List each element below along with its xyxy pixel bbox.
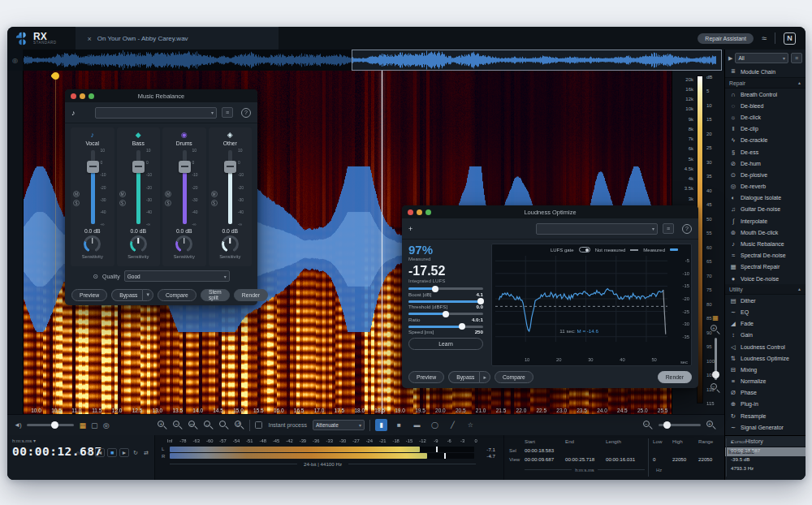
overview-view-selection[interactable] [352, 50, 723, 71]
frequency-selection-tool[interactable]: ▬ [411, 419, 423, 431]
solo-button[interactable]: S [165, 200, 171, 206]
module-menu-button[interactable]: ≡ [791, 53, 802, 63]
learn-button[interactable]: Learn [408, 338, 483, 350]
sidebar-item-de-plosive[interactable]: ⊙De-plosive [725, 169, 806, 180]
sidebar-item-interpolate[interactable]: ∫Interpolate [725, 215, 806, 227]
sidebar-item-plug-in[interactable]: ⊕Plug-in [725, 399, 806, 410]
sidebar-item-de-clip[interactable]: ‖De-clip [725, 123, 806, 135]
fader-handle[interactable] [87, 161, 99, 173]
volume-slider[interactable] [27, 424, 74, 426]
amplitude-zoom-slider[interactable] [715, 338, 717, 380]
speed--slider[interactable]: Speed [ms]250 [408, 326, 483, 335]
channel-fader[interactable]: 100-10-20-30-40-∞MS [117, 149, 161, 226]
fader-handle[interactable] [179, 161, 191, 173]
zoom-slider-knob[interactable] [663, 421, 671, 429]
sidebar-item-gain[interactable]: ↕Gain [725, 330, 806, 341]
channel-fader[interactable]: 100-10-20-30-40-∞MS [71, 149, 114, 226]
izotope-icon[interactable]: ≈ [762, 33, 767, 43]
sidebar-item-de-hum[interactable]: ⊘De-hum [725, 158, 806, 169]
sidebar-item-loudness-control[interactable]: ◁Loudness Control [725, 341, 806, 352]
sidebar-item-fade[interactable]: ◢Fade [725, 318, 806, 330]
sidebar-item-resample[interactable]: ↻Resample [725, 410, 806, 421]
preset-dropdown[interactable]: ▾ [95, 107, 217, 119]
monitor-button[interactable]: ∩ [74, 449, 82, 457]
magic-wand-tool[interactable]: ☆ [464, 419, 477, 431]
zoom-reset-icon[interactable]: ↺ [235, 421, 244, 430]
sidebar-item-loudness-optimize[interactable]: ⇅Loudness Optimize [725, 352, 806, 364]
sidebar-item-dither[interactable]: ▤Dither [725, 295, 806, 306]
zoom-free-icon[interactable] [219, 421, 229, 430]
quality-dropdown[interactable]: Good ▾ [124, 270, 230, 282]
dialog-titlebar[interactable]: Music Rebalance [65, 89, 257, 102]
zoom-out-icon[interactable]: − [643, 421, 653, 430]
preview-button[interactable]: Preview [408, 371, 444, 383]
tab-close-icon[interactable]: × [87, 35, 91, 43]
help-icon[interactable]: ? [682, 224, 692, 234]
preset-dropdown[interactable]: ▾ [536, 223, 658, 235]
zoom-in-icon[interactable]: + [710, 325, 720, 335]
sidebar-item-spectral-repair[interactable]: ▦Spectral Repair [725, 261, 806, 273]
solo-button[interactable]: S [73, 200, 80, 206]
sidebar-item-de-click[interactable]: ☼De-click [725, 111, 806, 123]
zoom-in-icon[interactable]: + [706, 421, 716, 430]
level-meters[interactable]: Inf-78-63-60-57-54-51-48-45-42-39-36-33-… [155, 435, 503, 480]
channel-fader[interactable]: 100-10-20-30-40-∞MS [209, 149, 253, 226]
sidebar-item-music-rebalance[interactable]: ♪Music Rebalance [725, 238, 806, 249]
time-format-dropdown[interactable]: h:m:s.ms ▾ [12, 438, 149, 443]
channel-indicator-icon[interactable]: ◎ [7, 50, 24, 71]
sidebar-item-spectral-de-noise[interactable]: ≈Spectral De-noise [725, 250, 806, 261]
volume-knob[interactable] [51, 421, 58, 429]
sidebar-item-signal-generator[interactable]: ∼Signal Generator [725, 421, 806, 433]
collapse-icon[interactable]: ▲ [797, 287, 801, 291]
solo-button[interactable]: S [211, 200, 218, 206]
bypass-options-button[interactable]: ▸ [479, 371, 490, 383]
mute-button[interactable]: M [211, 191, 218, 197]
zoom-fit-icon[interactable]: ↔ [204, 421, 214, 430]
sidebar-item-de-bleed[interactable]: ◌De-bleed [725, 100, 806, 111]
zoom-out-icon[interactable]: − [710, 383, 720, 393]
panel-layout-icon[interactable]: ▢ [91, 421, 98, 429]
time-freq-selection-tool[interactable]: ■ [393, 419, 405, 431]
dialog-titlebar[interactable]: Loudness Optimize [402, 205, 698, 218]
slider-knob[interactable] [432, 286, 438, 292]
boost--slider[interactable]: Boost [dB]4.1 [408, 287, 483, 297]
compare-window-icon[interactable]: ◎ [103, 421, 110, 429]
preset-menu-button[interactable]: ≡ [663, 223, 674, 234]
sensitivity-knob[interactable] [84, 235, 101, 252]
section-header-utility[interactable]: Utility▲ [725, 284, 806, 295]
fader-handle[interactable] [132, 161, 145, 173]
bypass-button[interactable]: Bypass [448, 371, 479, 383]
fader-handle[interactable] [224, 161, 236, 173]
compare-button[interactable]: Compare [495, 371, 533, 383]
compare-button[interactable]: Compare [158, 289, 197, 301]
sensitivity-knob[interactable] [175, 235, 192, 252]
zoom-selection-icon[interactable]: ▭ [188, 421, 198, 430]
zoom-out-icon[interactable]: − [173, 421, 183, 430]
slider-knob[interactable] [477, 298, 484, 304]
module-filter-dropdown[interactable]: All ▾ [735, 53, 788, 63]
sidebar-item-voice-de-noise[interactable]: ●Voice De-noise [725, 273, 806, 284]
go-to-end-button[interactable]: ► [119, 448, 129, 457]
sensitivity-knob[interactable] [130, 235, 147, 252]
sidebar-item-normalize[interactable]: ≡Normalize [725, 376, 806, 387]
overview-waveform[interactable] [24, 50, 724, 71]
threshold--slider[interactable]: Threshold [dBFS]0.0 [408, 300, 483, 310]
spectrogram-settings-icon[interactable]: ▦ [712, 314, 719, 322]
playhead-cursor[interactable] [382, 71, 382, 414]
preview-play-icon[interactable]: ▶ [728, 55, 732, 62]
channel-fader[interactable]: 100-10-20-30-40-∞MS [162, 149, 206, 226]
sidebar-item-de-reverb[interactable]: ◎De-reverb [725, 181, 806, 192]
bypass-options-button[interactable]: ▾ [142, 289, 153, 301]
sidebar-item-phase[interactable]: ØPhase [725, 387, 806, 399]
process-mode-dropdown[interactable]: Attenuate ▾ [313, 420, 365, 430]
mute-button[interactable]: M [119, 191, 126, 197]
repair-assistant-button[interactable]: Repair Assistant [698, 33, 754, 44]
brush-selection-tool[interactable]: ╱ [447, 419, 459, 431]
native-instruments-icon[interactable]: N [784, 32, 796, 45]
slider-knob[interactable] [443, 311, 449, 317]
render-button[interactable]: Render [234, 289, 268, 301]
record-button[interactable]: ● [84, 449, 93, 457]
ratio-slider[interactable]: Ratio4.0:1 [408, 313, 483, 322]
sidebar-item-dialogue-isolate[interactable]: ◐Dialogue Isolate [725, 192, 806, 204]
sidebar-item-mixing[interactable]: ⊟Mixing [725, 364, 806, 375]
